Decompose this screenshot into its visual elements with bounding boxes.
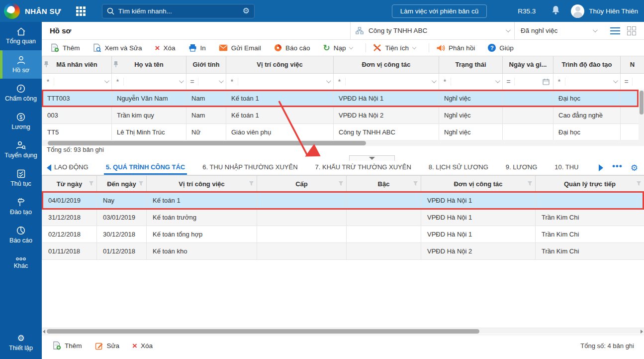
- sidebar-item-dao-tao[interactable]: Đào tạo: [0, 192, 42, 221]
- career-row[interactable]: 02/12/201830/12/2018Kế toán tổng hợpVPĐD…: [42, 226, 644, 243]
- filter-trang-thai[interactable]: *: [439, 74, 502, 90]
- tab-luong[interactable]: 9. LƯƠNG: [504, 160, 539, 175]
- utilities-button[interactable]: Tiện ích: [373, 44, 416, 52]
- filter-funnel-icon[interactable]: [338, 181, 344, 186]
- tab-thu[interactable]: 10. THU: [552, 160, 580, 175]
- search-input[interactable]: [118, 7, 243, 15]
- tab-scroll-right-icon[interactable]: [599, 164, 603, 171]
- career-table-hscrollbar[interactable]: [42, 328, 644, 334]
- career-add-button[interactable]: Thêm: [53, 341, 82, 350]
- filter-trinh-do[interactable]: *: [553, 74, 620, 90]
- hscroll-thumb[interactable]: [48, 141, 366, 145]
- employee-table-hscrollbar[interactable]: [42, 140, 644, 146]
- filter-ngay[interactable]: =: [503, 74, 553, 90]
- chevron-down-icon[interactable]: [349, 45, 353, 49]
- tab-lao-dong[interactable]: LAO ĐỘNG: [52, 160, 91, 175]
- quick-search-box[interactable]: ⚙: [102, 4, 255, 18]
- chevron-down-icon: [432, 78, 437, 83]
- tab-lich-su-luong[interactable]: 8. LỊCH SỬ LƯƠNG: [427, 160, 490, 175]
- card-view-icon[interactable]: [627, 26, 636, 35]
- old-version-button[interactable]: Làm việc với phiên bản cũ: [392, 4, 487, 18]
- person-icon: [16, 56, 26, 65]
- career-row-selected[interactable]: 04/01/2019NayKế toán 1VPĐD Hà Nội 1: [42, 192, 644, 209]
- company-selector[interactable]: Công ty TNHH ABC: [350, 22, 514, 39]
- send-email-button[interactable]: Gửi Email: [219, 44, 261, 52]
- add-document-icon: [51, 43, 59, 52]
- employee-row[interactable]: 003Trần kim quyNamKế toán 1VPĐD Hà Nội 2…: [42, 107, 644, 123]
- scroll-left-arrow-icon[interactable]: [43, 330, 45, 334]
- view-edit-button[interactable]: Xem và Sửa: [93, 43, 142, 52]
- page-title: Hồ sơ: [50, 26, 71, 35]
- filter-funnel-icon[interactable]: [249, 181, 254, 186]
- collapse-handle[interactable]: [349, 155, 395, 161]
- chevron-down-icon[interactable]: [412, 45, 416, 49]
- sidebar-item-tuyen-dung[interactable]: Tuyển dụng: [0, 135, 42, 164]
- tab-qua-trinh-cong-tac[interactable]: 5. QUÁ TRÌNH CÔNG TÁC: [104, 160, 187, 175]
- career-edit-button[interactable]: Sửa: [95, 342, 120, 350]
- sidebar-item-bao-cao[interactable]: Báo cáo: [0, 221, 42, 249]
- filter-gioi-tinh[interactable]: =: [186, 74, 226, 90]
- filter-vi-tri[interactable]: *: [226, 74, 333, 90]
- app-logo-icon[interactable]: [4, 3, 20, 19]
- user-avatar[interactable]: [571, 4, 584, 18]
- notification-bell-icon[interactable]: [552, 5, 560, 16]
- vscroll-thumb[interactable]: [640, 91, 644, 115]
- bottom-toolbar: Thêm Sửa × Xóa Tổng số: 4 bản ghi: [42, 335, 644, 359]
- filter-n[interactable]: =: [621, 74, 644, 90]
- career-row[interactable]: 31/12/201803/01/2019Kế toán trưởngVPĐD H…: [42, 209, 644, 226]
- career-delete-button[interactable]: × Xóa: [132, 342, 153, 350]
- home-icon: [16, 27, 26, 36]
- sidebar-item-ho-so[interactable]: Hồ sơ: [0, 50, 42, 79]
- org-chart-icon: [356, 27, 364, 34]
- sidebar-item-thu-tuc[interactable]: Thủ tục: [0, 164, 42, 192]
- sidebar-item-tong-quan[interactable]: Tổng quan: [0, 22, 42, 50]
- main-panel: Hồ sơ Công ty TNHH ABC Đã nghỉ việc Thêm…: [42, 22, 644, 359]
- filter-funnel-icon[interactable]: [138, 181, 144, 186]
- apps-grid-icon[interactable]: [76, 6, 86, 16]
- chevron-down-icon: [495, 78, 500, 83]
- filter-funnel-icon[interactable]: [527, 181, 533, 186]
- sidebar-item-thiet-lap[interactable]: ⚙ Thiết lập: [0, 329, 42, 357]
- report-button[interactable]: Báo cáo: [274, 44, 310, 52]
- employee-row-selected[interactable]: TTT003Nguyễn Văn NamNamKế toán 1VPĐD Hà …: [42, 90, 644, 107]
- tab-khau-tru-thuong-xuyen[interactable]: 7. KHẤU TRỪ THƯỜNG XUYÊN: [313, 160, 413, 175]
- filter-funnel-icon[interactable]: [636, 181, 642, 186]
- sidebar-item-luong[interactable]: $ Lương: [0, 107, 42, 135]
- dollar-circle-icon: $: [16, 113, 25, 121]
- add-button[interactable]: Thêm: [51, 43, 80, 52]
- user-name[interactable]: Thùy Hiên Thiên: [589, 7, 638, 15]
- scroll-right-arrow-icon[interactable]: [641, 330, 643, 334]
- tab-scroll-left-icon[interactable]: [47, 164, 51, 171]
- career-row[interactable]: 01/11/201801/12/2018Kế toán khoVPĐD Hà N…: [42, 243, 644, 260]
- tab-settings-gear-icon[interactable]: ⚙: [631, 163, 638, 173]
- employee-row[interactable]: TT5Lê Thị Minh TrúcNữGiáo viên phụCông t…: [42, 123, 644, 140]
- filter-ho-va-ten[interactable]: *: [112, 74, 186, 90]
- tab-thu-nhap-thuong-xuyen[interactable]: 6. THU NHẬP THƯỜNG XUYÊN: [200, 160, 299, 175]
- career-table: Từ ngày Đến ngày Vị trí công việc Cấp Bậ…: [42, 175, 644, 260]
- employee-table-vscrollbar[interactable]: [639, 90, 644, 140]
- report-pie-icon: [274, 44, 282, 52]
- tab-more-icon[interactable]: •••: [612, 161, 623, 171]
- career-total: Tổng số: 4 bản ghi: [580, 342, 634, 350]
- filter-ma-nhan-vien[interactable]: *: [42, 74, 111, 90]
- help-button[interactable]: ? Giúp: [488, 44, 514, 52]
- chevron-down-icon: [326, 78, 331, 83]
- search-icon: [107, 7, 114, 15]
- list-view-icon[interactable]: [610, 25, 620, 36]
- sidebar-item-cham-cong[interactable]: Chấm công: [0, 79, 42, 107]
- feedback-button[interactable]: Phản hồi: [436, 44, 475, 52]
- delete-button[interactable]: × Xóa: [155, 44, 176, 52]
- search-settings-gear-icon[interactable]: ⚙: [242, 7, 249, 15]
- status-filter-dropdown[interactable]: Đã nghỉ việc: [514, 22, 601, 39]
- print-button[interactable]: In: [188, 44, 206, 52]
- filter-funnel-icon[interactable]: [413, 181, 418, 186]
- employee-filter-row: * * = * * * = * =: [42, 73, 644, 90]
- megaphone-icon: [436, 44, 445, 52]
- sidebar-item-khac[interactable]: Khác: [0, 249, 42, 277]
- sidebar: Tổng quan Hồ sơ Chấm công $ Lương Tuyển …: [0, 22, 42, 359]
- reload-button[interactable]: ↻ Nạp: [323, 44, 353, 52]
- filter-funnel-icon[interactable]: [89, 181, 94, 186]
- filter-don-vi[interactable]: *: [334, 74, 439, 90]
- hscroll-thumb[interactable]: [47, 329, 479, 334]
- career-table-header: Từ ngày Đến ngày Vị trí công việc Cấp Bậ…: [42, 176, 644, 192]
